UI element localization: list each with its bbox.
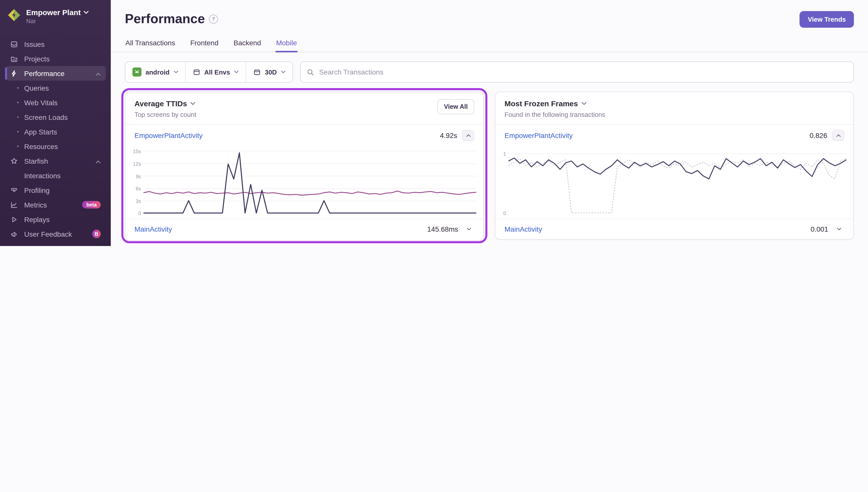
most-frozen-frames-card: Most Frozen Frames Found in the followin… bbox=[495, 92, 854, 240]
transaction-link[interactable]: MainActivity bbox=[505, 225, 806, 233]
sidebar-item-label: Screen Loads bbox=[24, 113, 68, 121]
sidebar-item-label: Web Vitals bbox=[24, 98, 58, 106]
widget-title[interactable]: Average TTIDs bbox=[134, 99, 196, 108]
view-all-button[interactable]: View All bbox=[437, 99, 475, 114]
lightning-icon bbox=[10, 69, 18, 77]
help-icon[interactable]: ? bbox=[209, 14, 218, 23]
metrics-icon bbox=[10, 201, 18, 209]
sidebar-nav: IssuesProjectsPerformanceQueriesWeb Vita… bbox=[0, 30, 111, 246]
sidebar-item-app-starts[interactable]: App Starts bbox=[5, 124, 106, 139]
inbox-icon bbox=[10, 40, 18, 48]
widget-title[interactable]: Most Frozen Frames bbox=[505, 99, 605, 108]
page-title: Performance ? bbox=[125, 11, 218, 27]
chevron-down-icon bbox=[281, 71, 285, 74]
android-project-icon bbox=[132, 68, 142, 77]
org-subtitle: Nar bbox=[26, 18, 89, 25]
folder-icon bbox=[10, 55, 18, 63]
bullet-icon bbox=[17, 131, 19, 132]
transaction-link[interactable]: MainActivity bbox=[134, 225, 422, 233]
view-trends-button[interactable]: View Trends bbox=[800, 11, 854, 28]
bullet-icon bbox=[17, 87, 19, 89]
window-icon bbox=[193, 68, 200, 76]
megaphone-icon bbox=[10, 230, 18, 238]
transaction-link[interactable]: EmpowerPlantActivity bbox=[134, 131, 435, 140]
sidebar-item-metrics[interactable]: Metricsbeta bbox=[5, 197, 106, 212]
chevron-down-icon bbox=[837, 228, 841, 231]
bullet-icon bbox=[17, 102, 19, 103]
sidebar-item-label: User Feedback bbox=[24, 230, 72, 238]
clock-icon bbox=[10, 245, 18, 246]
chevron-down-icon bbox=[582, 102, 587, 105]
profiling-icon bbox=[10, 186, 18, 194]
sidebar: Empower Plant Nar IssuesProjectsPerforma… bbox=[0, 0, 111, 246]
search-icon bbox=[307, 68, 314, 76]
frozen-frames-chart bbox=[509, 149, 846, 214]
average-ttids-card: Average TTIDs Top screens by count View … bbox=[125, 92, 484, 241]
star-icon bbox=[10, 157, 18, 165]
chevron-down-icon bbox=[84, 10, 89, 14]
sidebar-item-web-vitals[interactable]: Web Vitals bbox=[5, 95, 106, 110]
sidebar-item-label: Starfish bbox=[24, 157, 48, 165]
accordion-row: MainActivity 0.001 bbox=[495, 219, 853, 239]
expand-row-button[interactable] bbox=[833, 224, 844, 234]
chevron-up-icon bbox=[96, 69, 101, 77]
play-icon bbox=[10, 215, 18, 223]
accordion-row: MainActivity 145.68ms bbox=[125, 219, 483, 239]
chevron-up-icon bbox=[466, 134, 470, 137]
sidebar-item-label: Metrics bbox=[24, 201, 47, 209]
sidebar-item-screen-loads[interactable]: Screen Loads bbox=[5, 110, 106, 124]
sidebar-item-crons[interactable]: Crons bbox=[5, 241, 106, 246]
sidebar-item-label: Interactions bbox=[24, 171, 61, 179]
widget-subtitle: Found in the following transactions bbox=[505, 111, 605, 118]
tab-all-transactions[interactable]: All Transactions bbox=[125, 36, 176, 52]
expand-row-button[interactable] bbox=[463, 224, 474, 234]
sidebar-item-projects[interactable]: Projects bbox=[5, 51, 106, 66]
tab-frontend[interactable]: Frontend bbox=[190, 36, 219, 52]
project-filter[interactable]: android bbox=[125, 62, 185, 82]
performance-tabs: All TransactionsFrontendBackendMobile bbox=[111, 36, 868, 52]
sidebar-item-label: Queries bbox=[24, 84, 49, 92]
transaction-link[interactable]: EmpowerPlantActivity bbox=[505, 131, 805, 140]
collapse-row-button[interactable] bbox=[462, 130, 474, 141]
search-input[interactable] bbox=[318, 68, 847, 77]
sidebar-item-issues[interactable]: Issues bbox=[5, 37, 106, 51]
tab-backend[interactable]: Backend bbox=[233, 36, 261, 52]
sidebar-item-label: Profiling bbox=[24, 186, 50, 194]
accordion-row: EmpowerPlantActivity 4.92s bbox=[125, 125, 483, 146]
y-axis-labels: 10 bbox=[499, 149, 509, 214]
tab-mobile[interactable]: Mobile bbox=[276, 36, 298, 52]
sidebar-item-label: Crons bbox=[24, 245, 43, 246]
org-switcher[interactable]: Empower Plant Nar bbox=[0, 0, 111, 30]
date-range-filter[interactable]: 30D bbox=[246, 62, 292, 82]
calendar-icon bbox=[253, 68, 261, 76]
chevron-up-icon bbox=[836, 134, 841, 137]
ttid-widget-highlight-ring: Average TTIDs Top screens by count View … bbox=[121, 88, 487, 243]
main-area: Performance ? View Trends All Transactio… bbox=[111, 0, 868, 246]
org-logo-icon bbox=[7, 8, 21, 22]
chevron-up-icon bbox=[96, 157, 101, 165]
chevron-down-icon bbox=[174, 71, 178, 74]
sidebar-item-queries[interactable]: Queries bbox=[5, 80, 106, 95]
org-name: Empower Plant bbox=[26, 8, 81, 17]
accordion-row: EmpowerPlantActivity 0.826 bbox=[495, 125, 853, 146]
sidebar-item-starfish[interactable]: Starfish bbox=[5, 154, 106, 168]
app-window: Empower Plant Nar IssuesProjectsPerforma… bbox=[0, 0, 868, 246]
ttid-chart bbox=[144, 149, 476, 214]
widget-subtitle: Top screens by count bbox=[134, 111, 196, 118]
filter-bar: android All Envs 30D bbox=[125, 62, 854, 82]
sidebar-item-profiling[interactable]: Profiling bbox=[5, 183, 106, 197]
sidebar-item-interactions[interactable]: Interactions bbox=[5, 168, 106, 183]
environment-filter[interactable]: All Envs bbox=[185, 62, 246, 82]
search-transactions bbox=[300, 62, 854, 82]
sidebar-item-label: Resources bbox=[24, 142, 58, 150]
chevron-down-icon bbox=[234, 71, 239, 74]
sidebar-item-resources[interactable]: Resources bbox=[5, 139, 106, 154]
b-badge: B bbox=[92, 230, 101, 238]
sidebar-item-label: App Starts bbox=[24, 128, 57, 136]
sidebar-item-label: Projects bbox=[24, 55, 50, 63]
collapse-row-button[interactable] bbox=[832, 130, 844, 141]
sidebar-item-performance[interactable]: Performance bbox=[5, 66, 106, 80]
sidebar-item-replays[interactable]: Replays bbox=[5, 212, 106, 227]
sidebar-item-user-feedback[interactable]: User FeedbackB bbox=[5, 227, 106, 241]
bullet-icon bbox=[17, 116, 19, 118]
